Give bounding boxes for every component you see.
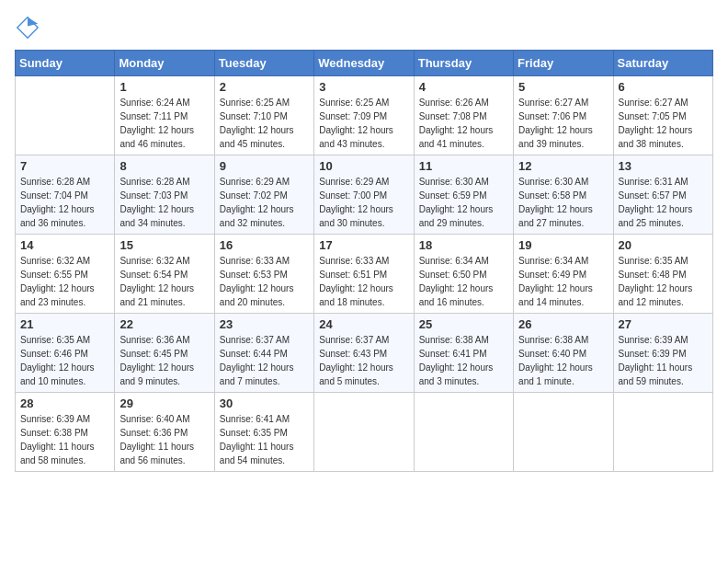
calendar-cell: 11Sunrise: 6:30 AMSunset: 6:59 PMDayligh… bbox=[414, 155, 513, 235]
calendar-week-3: 14Sunrise: 6:32 AMSunset: 6:55 PMDayligh… bbox=[16, 235, 713, 314]
day-info: Sunrise: 6:32 AMSunset: 6:54 PMDaylight:… bbox=[119, 254, 209, 309]
day-info: Sunrise: 6:34 AMSunset: 6:49 PMDaylight:… bbox=[518, 254, 608, 309]
calendar-cell: 10Sunrise: 6:29 AMSunset: 7:00 PMDayligh… bbox=[314, 155, 414, 235]
day-info: Sunrise: 6:25 AMSunset: 7:10 PMDaylight:… bbox=[220, 96, 309, 151]
weekday-header-thursday: Thursday bbox=[414, 51, 513, 76]
day-info: Sunrise: 6:41 AMSunset: 6:35 PMDaylight:… bbox=[220, 412, 309, 467]
calendar-cell: 14Sunrise: 6:32 AMSunset: 6:55 PMDayligh… bbox=[16, 235, 115, 314]
day-number: 1 bbox=[119, 80, 209, 94]
calendar-cell: 16Sunrise: 6:33 AMSunset: 6:53 PMDayligh… bbox=[214, 235, 313, 314]
day-number: 23 bbox=[220, 317, 309, 331]
day-info: Sunrise: 6:39 AMSunset: 6:38 PMDaylight:… bbox=[20, 412, 109, 467]
day-info: Sunrise: 6:24 AMSunset: 7:11 PMDaylight:… bbox=[119, 96, 209, 151]
day-info: Sunrise: 6:28 AMSunset: 7:04 PMDaylight:… bbox=[20, 175, 109, 230]
day-number: 28 bbox=[20, 396, 109, 410]
weekday-header-friday: Friday bbox=[514, 51, 613, 76]
day-number: 29 bbox=[119, 396, 209, 410]
calendar-week-4: 21Sunrise: 6:35 AMSunset: 6:46 PMDayligh… bbox=[16, 314, 713, 393]
day-info: Sunrise: 6:38 AMSunset: 6:40 PMDaylight:… bbox=[518, 333, 608, 388]
day-number: 15 bbox=[119, 238, 209, 252]
calendar-cell bbox=[414, 393, 513, 472]
calendar-cell: 9Sunrise: 6:29 AMSunset: 7:02 PMDaylight… bbox=[214, 155, 313, 235]
calendar-cell: 28Sunrise: 6:39 AMSunset: 6:38 PMDayligh… bbox=[16, 393, 115, 472]
calendar-cell: 3Sunrise: 6:25 AMSunset: 7:09 PMDaylight… bbox=[314, 76, 414, 155]
day-number: 11 bbox=[419, 159, 508, 173]
calendar-cell: 1Sunrise: 6:24 AMSunset: 7:11 PMDaylight… bbox=[115, 76, 214, 155]
day-info: Sunrise: 6:35 AMSunset: 6:48 PMDaylight:… bbox=[619, 254, 708, 309]
day-info: Sunrise: 6:29 AMSunset: 7:02 PMDaylight:… bbox=[220, 175, 309, 230]
calendar-cell: 6Sunrise: 6:27 AMSunset: 7:05 PMDaylight… bbox=[613, 76, 712, 155]
calendar-cell: 19Sunrise: 6:34 AMSunset: 6:49 PMDayligh… bbox=[514, 235, 613, 314]
day-number: 21 bbox=[20, 317, 109, 331]
day-info: Sunrise: 6:38 AMSunset: 6:41 PMDaylight:… bbox=[419, 333, 508, 388]
logo-icon bbox=[15, 15, 40, 40]
day-number: 4 bbox=[419, 80, 508, 94]
day-number: 8 bbox=[119, 159, 209, 173]
day-number: 18 bbox=[419, 238, 508, 252]
day-info: Sunrise: 6:36 AMSunset: 6:45 PMDaylight:… bbox=[119, 333, 209, 388]
weekday-header-tuesday: Tuesday bbox=[214, 51, 313, 76]
day-number: 2 bbox=[220, 80, 309, 94]
day-info: Sunrise: 6:34 AMSunset: 6:50 PMDaylight:… bbox=[419, 254, 508, 309]
calendar-week-5: 28Sunrise: 6:39 AMSunset: 6:38 PMDayligh… bbox=[16, 393, 713, 472]
day-number: 10 bbox=[319, 159, 408, 173]
calendar-week-1: 1Sunrise: 6:24 AMSunset: 7:11 PMDaylight… bbox=[16, 76, 713, 155]
calendar-cell: 25Sunrise: 6:38 AMSunset: 6:41 PMDayligh… bbox=[414, 314, 513, 393]
calendar-cell: 15Sunrise: 6:32 AMSunset: 6:54 PMDayligh… bbox=[115, 235, 214, 314]
svg-marker-1 bbox=[28, 17, 38, 27]
calendar-cell: 2Sunrise: 6:25 AMSunset: 7:10 PMDaylight… bbox=[214, 76, 313, 155]
calendar-cell bbox=[314, 393, 414, 472]
day-number: 22 bbox=[119, 317, 209, 331]
calendar-cell: 27Sunrise: 6:39 AMSunset: 6:39 PMDayligh… bbox=[613, 314, 712, 393]
day-number: 20 bbox=[619, 238, 708, 252]
day-info: Sunrise: 6:30 AMSunset: 6:58 PMDaylight:… bbox=[518, 175, 608, 230]
day-info: Sunrise: 6:28 AMSunset: 7:03 PMDaylight:… bbox=[119, 175, 209, 230]
day-number: 9 bbox=[220, 159, 309, 173]
weekday-header-saturday: Saturday bbox=[613, 51, 712, 76]
day-number: 30 bbox=[220, 396, 309, 410]
day-info: Sunrise: 6:27 AMSunset: 7:05 PMDaylight:… bbox=[619, 96, 708, 151]
calendar-cell: 23Sunrise: 6:37 AMSunset: 6:44 PMDayligh… bbox=[214, 314, 313, 393]
weekday-header-monday: Monday bbox=[115, 51, 214, 76]
day-info: Sunrise: 6:32 AMSunset: 6:55 PMDaylight:… bbox=[20, 254, 109, 309]
calendar-cell: 12Sunrise: 6:30 AMSunset: 6:58 PMDayligh… bbox=[514, 155, 613, 235]
day-number: 19 bbox=[518, 238, 608, 252]
calendar-cell: 26Sunrise: 6:38 AMSunset: 6:40 PMDayligh… bbox=[514, 314, 613, 393]
day-number: 6 bbox=[619, 80, 708, 94]
day-info: Sunrise: 6:35 AMSunset: 6:46 PMDaylight:… bbox=[20, 333, 109, 388]
page-header bbox=[15, 15, 713, 40]
calendar-cell: 29Sunrise: 6:40 AMSunset: 6:36 PMDayligh… bbox=[115, 393, 214, 472]
calendar-cell: 18Sunrise: 6:34 AMSunset: 6:50 PMDayligh… bbox=[414, 235, 513, 314]
weekday-header-wednesday: Wednesday bbox=[314, 51, 414, 76]
day-info: Sunrise: 6:33 AMSunset: 6:53 PMDaylight:… bbox=[220, 254, 309, 309]
day-number: 25 bbox=[419, 317, 508, 331]
day-info: Sunrise: 6:29 AMSunset: 7:00 PMDaylight:… bbox=[319, 175, 408, 230]
day-number: 26 bbox=[518, 317, 608, 331]
day-info: Sunrise: 6:40 AMSunset: 6:36 PMDaylight:… bbox=[119, 412, 209, 467]
calendar-cell bbox=[613, 393, 712, 472]
day-info: Sunrise: 6:33 AMSunset: 6:51 PMDaylight:… bbox=[319, 254, 408, 309]
calendar-cell: 24Sunrise: 6:37 AMSunset: 6:43 PMDayligh… bbox=[314, 314, 414, 393]
calendar-cell bbox=[514, 393, 613, 472]
day-number: 7 bbox=[20, 159, 109, 173]
calendar-cell: 7Sunrise: 6:28 AMSunset: 7:04 PMDaylight… bbox=[16, 155, 115, 235]
weekday-header-sunday: Sunday bbox=[16, 51, 115, 76]
calendar-cell: 17Sunrise: 6:33 AMSunset: 6:51 PMDayligh… bbox=[314, 235, 414, 314]
calendar-cell: 22Sunrise: 6:36 AMSunset: 6:45 PMDayligh… bbox=[115, 314, 214, 393]
day-number: 3 bbox=[319, 80, 408, 94]
day-number: 24 bbox=[319, 317, 408, 331]
day-info: Sunrise: 6:26 AMSunset: 7:08 PMDaylight:… bbox=[419, 96, 508, 151]
calendar-cell: 21Sunrise: 6:35 AMSunset: 6:46 PMDayligh… bbox=[16, 314, 115, 393]
day-number: 17 bbox=[319, 238, 408, 252]
day-number: 16 bbox=[220, 238, 309, 252]
calendar-cell: 20Sunrise: 6:35 AMSunset: 6:48 PMDayligh… bbox=[613, 235, 712, 314]
day-number: 27 bbox=[619, 317, 708, 331]
calendar-cell: 8Sunrise: 6:28 AMSunset: 7:03 PMDaylight… bbox=[115, 155, 214, 235]
day-info: Sunrise: 6:31 AMSunset: 6:57 PMDaylight:… bbox=[619, 175, 708, 230]
calendar-week-2: 7Sunrise: 6:28 AMSunset: 7:04 PMDaylight… bbox=[16, 155, 713, 235]
day-info: Sunrise: 6:37 AMSunset: 6:43 PMDaylight:… bbox=[319, 333, 408, 388]
calendar-cell: 30Sunrise: 6:41 AMSunset: 6:35 PMDayligh… bbox=[214, 393, 313, 472]
calendar-cell: 4Sunrise: 6:26 AMSunset: 7:08 PMDaylight… bbox=[414, 76, 513, 155]
day-number: 12 bbox=[518, 159, 608, 173]
day-number: 14 bbox=[20, 238, 109, 252]
